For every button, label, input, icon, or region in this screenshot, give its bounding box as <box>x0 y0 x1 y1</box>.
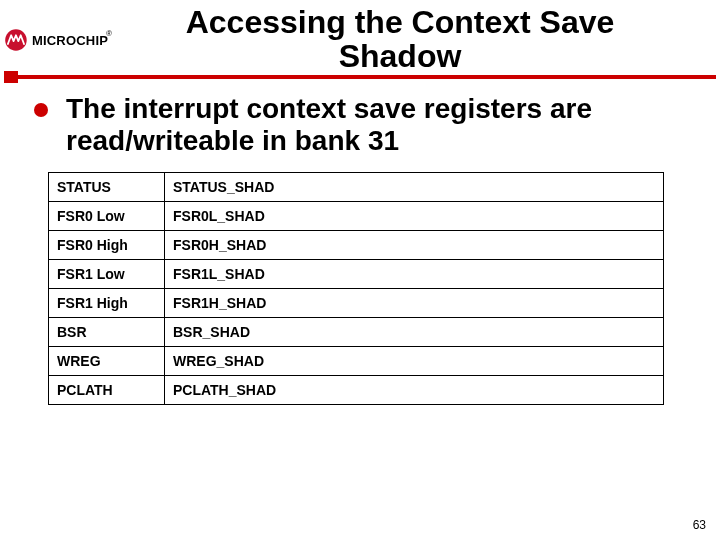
shadow-register-cell: FSR1H_SHAD <box>165 288 664 317</box>
table-row: FSR1 HighFSR1H_SHAD <box>49 288 664 317</box>
register-name-cell: BSR <box>49 317 165 346</box>
register-name-cell: FSR1 High <box>49 288 165 317</box>
brand-name: MICROCHIP® <box>32 31 114 49</box>
table-row: STATUSSTATUS_SHAD <box>49 172 664 201</box>
brand-logo: MICROCHIP® <box>4 23 114 57</box>
table-row: FSR0 LowFSR0L_SHAD <box>49 201 664 230</box>
table-row: BSRBSR_SHAD <box>49 317 664 346</box>
shadow-register-cell: FSR0H_SHAD <box>165 230 664 259</box>
shadow-register-cell: FSR1L_SHAD <box>165 259 664 288</box>
shadow-register-cell: FSR0L_SHAD <box>165 201 664 230</box>
logo-icon <box>4 23 28 57</box>
register-name-cell: FSR0 Low <box>49 201 165 230</box>
shadow-register-cell: BSR_SHAD <box>165 317 664 346</box>
title-line-2: Shadow <box>114 40 686 74</box>
register-name-cell: FSR0 High <box>49 230 165 259</box>
table-row: FSR0 HighFSR0H_SHAD <box>49 230 664 259</box>
shadow-register-cell: PCLATH_SHAD <box>165 375 664 404</box>
register-name-cell: STATUS <box>49 172 165 201</box>
register-name-cell: WREG <box>49 346 165 375</box>
table-row: FSR1 LowFSR1L_SHAD <box>49 259 664 288</box>
register-name-cell: FSR1 Low <box>49 259 165 288</box>
page-number: 63 <box>693 518 706 532</box>
shadow-register-cell: WREG_SHAD <box>165 346 664 375</box>
shadow-register-cell: STATUS_SHAD <box>165 172 664 201</box>
registers-table: STATUSSTATUS_SHADFSR0 LowFSR0L_SHADFSR0 … <box>48 172 664 405</box>
bullet-icon <box>34 103 48 117</box>
slide-title: Accessing the Context Save Shadow <box>114 6 716 73</box>
table-row: WREGWREG_SHAD <box>49 346 664 375</box>
reg-symbol: ® <box>106 29 112 38</box>
slide-header: MICROCHIP® Accessing the Context Save Sh… <box>0 0 720 73</box>
slide-content: The interrupt context save registers are… <box>0 79 720 405</box>
title-line-1: Accessing the Context Save <box>114 6 686 40</box>
bullet-item: The interrupt context save registers are… <box>34 93 690 156</box>
register-name-cell: PCLATH <box>49 375 165 404</box>
table-row: PCLATHPCLATH_SHAD <box>49 375 664 404</box>
bullet-text: The interrupt context save registers are… <box>66 93 690 156</box>
title-divider-wrap <box>0 75 720 79</box>
brand-text: MICROCHIP <box>32 33 108 48</box>
title-divider <box>4 75 716 79</box>
